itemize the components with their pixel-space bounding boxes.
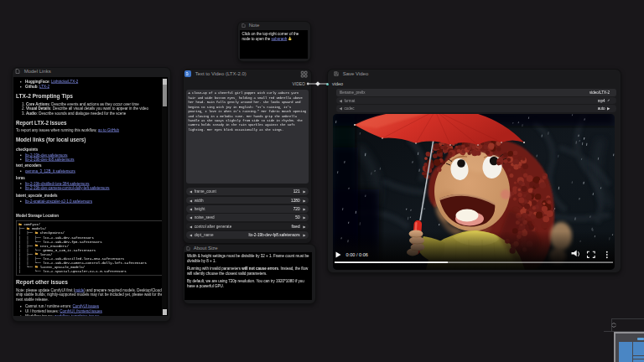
- svg-text:0:00 / 0:06: 0:00 / 0:06: [346, 252, 368, 257]
